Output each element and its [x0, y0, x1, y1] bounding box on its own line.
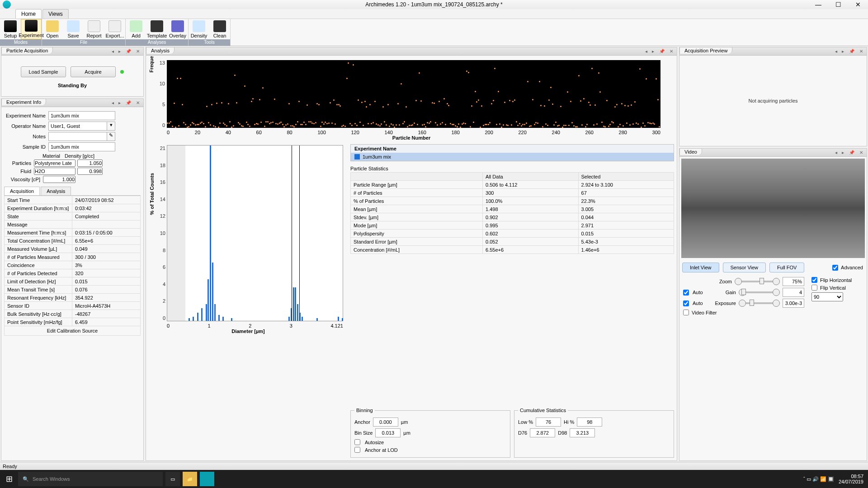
binsize-input[interactable]: [375, 428, 401, 437]
tab-home[interactable]: Home: [15, 9, 42, 19]
hi-input[interactable]: [577, 418, 602, 427]
close-button[interactable]: ✕: [848, 0, 868, 9]
setup-button[interactable]: Setup: [0, 19, 21, 39]
pstats-cell: 3.005: [578, 205, 674, 213]
menu-bar: Home Views: [0, 9, 868, 19]
fluid-density-input[interactable]: [77, 168, 103, 175]
edit-calibration-button[interactable]: Edit Calibration Source: [4, 326, 141, 336]
minimize-button[interactable]: —: [808, 0, 828, 9]
task-view-icon[interactable]: ▭: [165, 472, 180, 486]
fluid-material-input[interactable]: [34, 168, 75, 175]
zoom-slider[interactable]: [736, 281, 779, 282]
save-label: Save: [67, 33, 79, 38]
notes-input[interactable]: [48, 132, 107, 141]
low-label: Low %: [518, 419, 533, 425]
sampleid-input[interactable]: [48, 142, 115, 151]
overlay-button[interactable]: Overlay: [167, 19, 188, 39]
gain-auto-checkbox[interactable]: [683, 290, 689, 296]
pstats-cell: 0.995: [483, 221, 578, 230]
subtab-acquisition[interactable]: Acquisition: [4, 187, 40, 195]
anchor-lod-checkbox[interactable]: [354, 447, 360, 453]
density-button[interactable]: Density: [189, 19, 209, 39]
freq-ylabel: Frequency Shift (Hz): [149, 56, 154, 73]
add-label: Add: [132, 33, 141, 38]
export-button[interactable]: Export...: [104, 19, 125, 39]
particles-label: Particles: [4, 160, 31, 166]
pstats-cell: 300: [483, 189, 578, 197]
full-fov-button[interactable]: Full FOV: [769, 263, 804, 272]
experiment-button[interactable]: Experiment: [21, 19, 42, 39]
acquisition-status: Standing By: [4, 83, 141, 88]
panel-pins-icon[interactable]: ◂ ▸ 📌 ✕: [645, 49, 675, 54]
video-filter-checkbox[interactable]: [683, 310, 689, 315]
low-input[interactable]: [536, 418, 561, 427]
template-button[interactable]: Template: [146, 19, 167, 39]
open-button[interactable]: Open: [42, 19, 63, 39]
autosize-checkbox[interactable]: [354, 439, 360, 445]
exposure-auto-checkbox[interactable]: [683, 300, 689, 306]
info-row-value: 0.049: [72, 245, 141, 253]
panel-pins-icon[interactable]: ◂ ▸ 📌 ✕: [112, 100, 142, 105]
start-button[interactable]: ⊞: [0, 470, 18, 488]
particles-density-input[interactable]: [77, 160, 103, 167]
explorer-icon[interactable]: 📁: [183, 472, 197, 486]
info-row-value: 3%: [72, 261, 141, 269]
panel-pins-icon[interactable]: ◂ ▸ 📌 ✕: [835, 150, 865, 155]
anchor-input[interactable]: [373, 418, 398, 427]
operator-input[interactable]: [48, 122, 107, 131]
video-feed: [681, 159, 865, 258]
tab-views[interactable]: Views: [42, 9, 69, 19]
export-label: Export...: [106, 33, 124, 38]
pstats-cell: 67: [578, 189, 674, 197]
subtab-analysis[interactable]: Analysis: [41, 187, 71, 195]
exposure-value[interactable]: [783, 299, 804, 308]
exposure-auto-label: Auto: [693, 300, 705, 306]
frequency-shift-chart[interactable]: 131050 Frequency Shift (Hz): [167, 60, 660, 128]
info-row-label: Resonant Frequency [kHz]: [5, 294, 72, 302]
operator-dropdown-icon[interactable]: ▾: [107, 122, 115, 131]
sensor-view-button[interactable]: Sensor View: [723, 263, 766, 272]
advanced-checkbox[interactable]: [832, 265, 838, 271]
panel-pins-icon[interactable]: ◂ ▸ 📌 ✕: [835, 49, 865, 54]
d76-label: D76: [518, 430, 527, 436]
load-sample-button[interactable]: Load Sample: [21, 66, 66, 77]
acquire-button[interactable]: Acquire: [71, 66, 116, 77]
report-button[interactable]: Report: [84, 19, 104, 39]
tray-icons[interactable]: ˆ ▭ 🔊 📶 🔲: [803, 476, 834, 482]
density-header: Density [g/cc]: [63, 153, 94, 159]
zoom-value[interactable]: [783, 277, 804, 286]
panel-pins-icon[interactable]: ◂ ▸ 📌 ✕: [112, 49, 142, 54]
histogram-chart[interactable]: 21181614121086420 % of Total Counts: [167, 145, 343, 321]
tray-date: 24/07/2019: [839, 479, 863, 484]
cumstats-title: Cumulative Statistics: [518, 408, 568, 413]
viscosity-input[interactable]: [43, 176, 75, 183]
expname-input[interactable]: [48, 111, 115, 120]
exp-name-header: Experiment Name: [351, 145, 674, 153]
freq-xlabel: Particle Number: [149, 135, 674, 141]
window-title: Archimedes 1.20 - 1um3um mix_190724_0851…: [365, 1, 503, 8]
clean-button[interactable]: Clean: [209, 19, 230, 39]
angle-select[interactable]: 90: [811, 292, 843, 301]
pstats-cell: Mode [µm]: [351, 221, 483, 230]
d76-value: [530, 428, 555, 437]
info-row-label: # of Particles Measured: [5, 253, 72, 261]
info-row-value: 24/07/2019 08:52: [72, 196, 141, 204]
taskbar: ⊞ 🔍Search Windows ▭ 📁 ˆ ▭ 🔊 📶 🔲 08:5724/…: [0, 470, 868, 488]
add-button[interactable]: Add: [126, 19, 146, 39]
maximize-button[interactable]: ☐: [828, 0, 848, 9]
pstats-cell: 0.015: [578, 230, 674, 238]
save-button[interactable]: Save: [63, 19, 84, 39]
particles-material-input[interactable]: [34, 160, 75, 167]
inlet-view-button[interactable]: Inlet View: [682, 263, 719, 272]
notes-edit-icon[interactable]: ✎: [107, 132, 115, 141]
gain-slider[interactable]: [740, 291, 779, 293]
exposure-slider[interactable]: [740, 302, 779, 304]
gain-value[interactable]: [783, 288, 804, 297]
flip-v-checkbox[interactable]: [811, 285, 817, 291]
archimedes-taskbar-icon[interactable]: [200, 472, 214, 486]
overlay-label: Overlay: [169, 33, 186, 38]
flip-h-checkbox[interactable]: [811, 277, 817, 283]
template-label: Template: [147, 33, 167, 38]
d98-value: [570, 428, 595, 437]
search-input[interactable]: 🔍Search Windows: [18, 472, 163, 486]
